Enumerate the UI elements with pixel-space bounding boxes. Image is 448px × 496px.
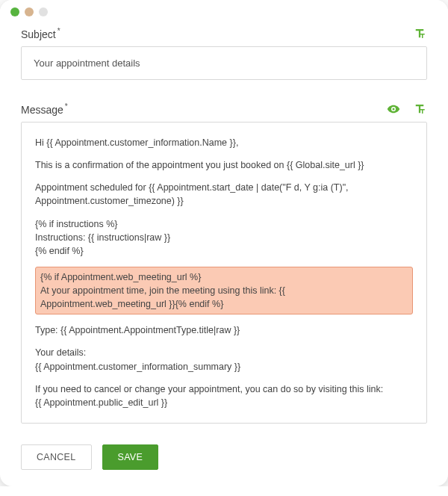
- editor-window: Subject* Message*: [0, 0, 448, 486]
- message-label: Message*: [21, 102, 68, 116]
- message-line: Your details: {{ Appointment.customer_in…: [35, 346, 413, 373]
- window-titlebar: [0, 0, 448, 19]
- message-line: If you need to cancel or change your app…: [35, 382, 413, 409]
- eye-icon[interactable]: [385, 102, 402, 116]
- window-control-dot[interactable]: [10, 7, 19, 16]
- button-row: CANCEL SAVE: [21, 444, 427, 470]
- window-control-dot[interactable]: [25, 7, 34, 16]
- message-line: {% if instructions %} Instructions: {{ i…: [35, 217, 413, 258]
- highlighted-block: {% if Appointment.web_meeting_url %} At …: [35, 267, 413, 314]
- subject-label: Subject*: [21, 27, 60, 40]
- message-label-row: Message*: [21, 102, 427, 116]
- subject-label-row: Subject*: [21, 27, 427, 40]
- message-body-editor[interactable]: Hi {{ Appointment.customer_information.N…: [21, 122, 427, 424]
- required-asterisk: *: [65, 102, 68, 111]
- message-line: Hi {{ Appointment.customer_information.N…: [35, 136, 413, 149]
- window-control-dot[interactable]: [39, 7, 48, 16]
- subject-input[interactable]: [21, 46, 427, 80]
- text-format-icon[interactable]: [412, 102, 427, 116]
- message-label-text: Message: [21, 104, 63, 116]
- message-line: Type: {{ Appointment.AppointmentType.tit…: [35, 323, 413, 337]
- subject-label-text: Subject: [21, 28, 56, 40]
- message-line: Appointment scheduled for {{ Appointment…: [35, 181, 413, 208]
- text-format-icon[interactable]: [412, 27, 427, 40]
- save-button[interactable]: SAVE: [102, 444, 159, 470]
- message-line: This is a confirmation of the appointmen…: [35, 158, 413, 172]
- required-asterisk: *: [57, 27, 60, 35]
- cancel-button[interactable]: CANCEL: [21, 444, 92, 470]
- content-area: Subject* Message*: [0, 19, 448, 486]
